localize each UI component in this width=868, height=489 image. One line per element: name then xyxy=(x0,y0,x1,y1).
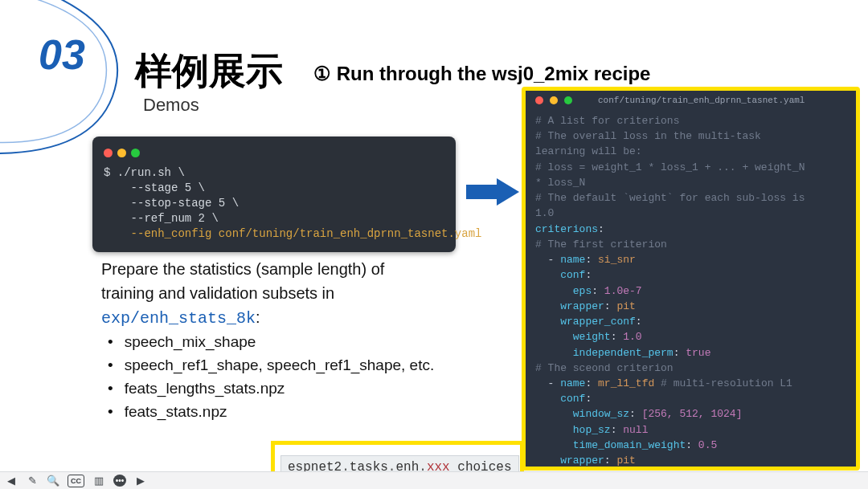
forward-button[interactable]: ▶ xyxy=(134,475,147,487)
slide-title-main: 样例展示 xyxy=(135,47,283,96)
terminal-run-command: $ ./run.sh \ --stage 5 \ --stop-stage 5 … xyxy=(92,137,456,252)
minimize-icon xyxy=(550,96,558,104)
close-icon xyxy=(535,96,543,104)
search-button[interactable]: 🔍 xyxy=(47,475,59,487)
slide: 03 样例展示 Demos ① Run through the wsj0_2mi… xyxy=(0,0,868,489)
list-item: feats_stats.npz xyxy=(106,403,434,421)
config-yaml-window: conf/tuning/train_enh_dprnn_tasnet.yaml … xyxy=(522,87,860,471)
window-traffic-lights xyxy=(104,146,444,161)
path-link: exp/enh_stats_8k xyxy=(101,309,256,328)
slide-title-section: ① Run through the wsj0_2mix recipe xyxy=(313,63,650,85)
file-path: conf/tuning/train_enh_dprnn_tasnet.yaml xyxy=(598,96,805,105)
list-item: feats_lengths_stats.npz xyxy=(106,380,434,397)
slide-number: 03 xyxy=(39,31,85,79)
yaml-content: # A list for criterions # The overall lo… xyxy=(526,107,856,471)
close-icon xyxy=(104,149,113,157)
slide-title-sub: Demos xyxy=(143,95,199,116)
list-item: speech_mix_shape xyxy=(106,333,434,351)
more-button[interactable]: ••• xyxy=(113,475,126,487)
camera-off-icon[interactable]: ▥ xyxy=(92,475,105,487)
output-files-list: speech_mix_shape speech_ref1_shape, spee… xyxy=(106,328,434,426)
player-toolbar: ◀ ✎ 🔍 CC ▥ ••• ▶ xyxy=(0,471,868,489)
edit-button[interactable]: ✎ xyxy=(26,475,39,487)
zoom-icon xyxy=(131,149,140,157)
captions-button[interactable]: CC xyxy=(68,475,84,487)
zoom-icon xyxy=(564,96,572,104)
minimize-icon xyxy=(117,149,126,157)
list-item: speech_ref1_shape, speech_ref1_shape, et… xyxy=(106,357,434,374)
back-button[interactable]: ◀ xyxy=(5,475,18,487)
arrow-right-icon xyxy=(466,178,522,206)
description-text: Prepare the statistics (sample length) o… xyxy=(101,257,503,331)
terminal-content: $ ./run.sh \ --stage 5 \ --stop-stage 5 … xyxy=(104,165,444,241)
